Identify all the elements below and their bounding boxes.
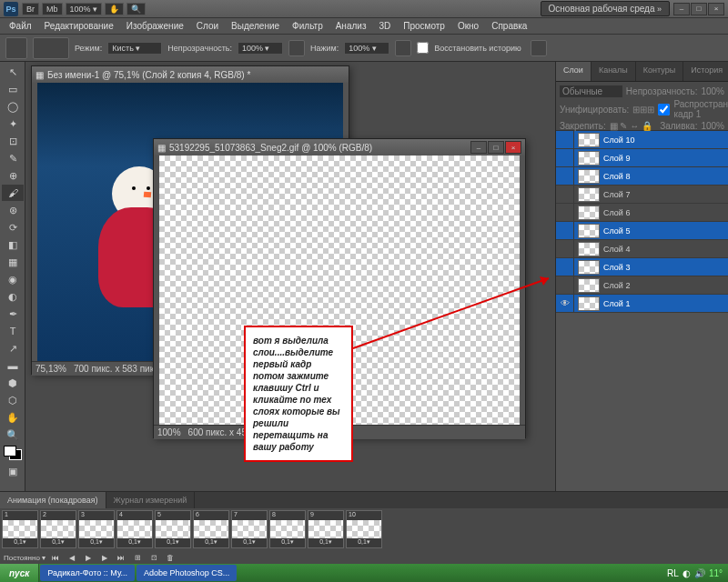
heal-tool[interactable]: ⊕ — [2, 167, 24, 184]
zoom-icon[interactable]: 🔍 — [126, 3, 146, 15]
menu-view[interactable]: Просмотр — [398, 19, 450, 33]
menu-filter[interactable]: Фильтр — [287, 19, 329, 33]
brush-tool[interactable]: 🖌 — [2, 185, 24, 201]
layer-thumbnail[interactable] — [578, 151, 600, 166]
tool-preset-icon[interactable] — [5, 37, 27, 59]
new-frame-button[interactable]: ⊡ — [147, 552, 160, 563]
marquee-tool[interactable]: ▭ — [2, 81, 24, 97]
menu-file[interactable]: Файл — [4, 19, 37, 33]
layer-thumbnail[interactable] — [578, 206, 600, 220]
lang-indicator[interactable]: RL — [667, 568, 679, 578]
workspace-selector[interactable]: Основная рабочая среда » — [541, 1, 670, 16]
animation-frame[interactable]: 80,1▾ — [269, 510, 306, 548]
wand-tool[interactable]: ✦ — [2, 115, 24, 132]
layer-row[interactable]: Слой 4 — [556, 240, 728, 258]
prev-frame-button[interactable]: ◀ — [66, 552, 78, 563]
layer-row[interactable]: Слой 3 — [556, 258, 728, 276]
blur-tool[interactable]: ◉ — [2, 271, 24, 287]
frame-delay[interactable]: 0,1▾ — [156, 538, 190, 547]
minimize-button[interactable]: – — [673, 3, 690, 15]
path-tool[interactable]: ↗ — [2, 340, 24, 356]
airbrush-icon[interactable] — [395, 40, 411, 56]
frame-delay[interactable]: 0,1▾ — [79, 538, 114, 547]
layer-thumbnail[interactable] — [578, 242, 600, 256]
layer-thumbnail[interactable] — [578, 278, 600, 293]
tab-animation[interactable]: Анимация (покадровая) — [0, 492, 106, 508]
mb-button[interactable]: Mb — [42, 3, 63, 15]
eraser-tool[interactable]: ◧ — [2, 236, 24, 253]
frame-delay[interactable]: 0,1▾ — [194, 538, 228, 547]
frame-delay[interactable]: 0,1▾ — [117, 538, 152, 547]
task-photoshop[interactable]: Adobe Photoshop CS... — [136, 565, 237, 581]
doc2-maximize[interactable]: □ — [488, 141, 504, 154]
history-brush-tool[interactable]: ⟳ — [2, 219, 24, 236]
layer-row[interactable]: Слой 2 — [556, 276, 728, 295]
layer-fill[interactable]: 100% — [701, 121, 724, 131]
maximize-button[interactable]: □ — [691, 3, 707, 15]
opacity-field[interactable]: 100% ▾ — [238, 42, 283, 55]
layer-thumbnail[interactable] — [578, 296, 600, 311]
animation-frame[interactable]: 30,1▾ — [78, 510, 115, 548]
tray-icon[interactable]: 🔊 — [694, 568, 705, 578]
blend-select[interactable]: Обычные — [560, 85, 622, 97]
unify-icon[interactable]: ⊞⊞⊞ — [632, 105, 654, 115]
tab-history[interactable]: История — [683, 62, 728, 81]
menu-select[interactable]: Выделение — [226, 19, 285, 33]
layer-row[interactable]: Слой 5 — [556, 222, 728, 240]
loop-select[interactable]: Постоянно ▾ — [4, 554, 46, 562]
doc2-zoom[interactable]: 100% — [157, 427, 181, 437]
start-button[interactable]: пуск — [0, 564, 39, 582]
menu-image[interactable]: Изображение — [121, 19, 189, 33]
tab-layers[interactable]: Слои — [556, 62, 592, 81]
move-tool[interactable]: ↖ — [2, 64, 24, 80]
visibility-icon[interactable]: 👁 — [556, 295, 574, 313]
menu-3d[interactable]: 3D — [373, 19, 396, 33]
zoom-tool[interactable]: 🔍 — [2, 426, 24, 443]
visibility-icon[interactable] — [556, 204, 574, 222]
layer-row[interactable]: Слой 7 — [556, 186, 728, 204]
doc2-minimize[interactable]: – — [470, 141, 487, 154]
color-swatches[interactable] — [4, 446, 22, 460]
3d-camera-tool[interactable]: ⬡ — [2, 392, 24, 408]
tablet-pressure-icon[interactable] — [531, 40, 547, 56]
task-radikal[interactable]: Радикал-Фото :: Му... — [40, 565, 135, 581]
visibility-icon[interactable] — [556, 276, 574, 295]
mode-select[interactable]: Кисть ▾ — [107, 42, 162, 55]
frame-delay[interactable]: 0,1▾ — [308, 538, 343, 547]
visibility-icon[interactable] — [556, 222, 574, 240]
layer-row[interactable]: Слой 9 — [556, 149, 728, 167]
visibility-icon[interactable] — [556, 131, 574, 149]
hand-icon[interactable]: ✋ — [105, 3, 124, 15]
frame-delay[interactable]: 0,1▾ — [347, 538, 381, 547]
animation-frame[interactable]: 10,1▾ — [2, 510, 38, 548]
tab-paths[interactable]: Контуры — [636, 62, 683, 81]
tab-channels[interactable]: Каналы — [592, 62, 636, 81]
type-tool[interactable]: T — [2, 323, 24, 339]
layer-row[interactable]: Слой 6 — [556, 204, 728, 222]
last-frame-button[interactable]: ⏭ — [115, 552, 127, 563]
lasso-tool[interactable]: ◯ — [2, 98, 24, 115]
first-frame-button[interactable]: ⏮ — [49, 552, 62, 563]
opacity-pressure-icon[interactable] — [288, 40, 305, 56]
3d-tool[interactable]: ⬢ — [2, 375, 24, 391]
menu-analysis[interactable]: Анализ — [330, 19, 372, 33]
crop-tool[interactable]: ⊡ — [2, 133, 24, 149]
play-button[interactable]: ▶ — [82, 552, 95, 563]
eyedropper-tool[interactable]: ✎ — [2, 150, 24, 166]
frame-delay[interactable]: 0,1▾ — [232, 538, 267, 547]
layer-opacity[interactable]: 100% — [701, 86, 724, 96]
layer-thumbnail[interactable] — [578, 260, 600, 275]
animation-frame[interactable]: 70,1▾ — [231, 510, 268, 548]
layer-thumbnail[interactable] — [578, 169, 600, 184]
animation-frame[interactable]: 60,1▾ — [193, 510, 229, 548]
animation-frame[interactable]: 100,1▾ — [346, 510, 382, 548]
menu-edit[interactable]: Редактирование — [39, 19, 119, 33]
layer-thumbnail[interactable] — [578, 187, 600, 202]
frame-delay[interactable]: 0,1▾ — [41, 538, 76, 547]
doc2-titlebar[interactable]: ▦ 53192295_51073863_Sneg2.gif @ 100% (RG… — [154, 139, 525, 156]
layer-thumbnail[interactable] — [578, 224, 600, 238]
tween-button[interactable]: ⊞ — [131, 552, 144, 563]
dodge-tool[interactable]: ◐ — [2, 288, 24, 305]
animation-frame[interactable]: 50,1▾ — [155, 510, 191, 548]
animation-frame[interactable]: 90,1▾ — [308, 510, 344, 548]
